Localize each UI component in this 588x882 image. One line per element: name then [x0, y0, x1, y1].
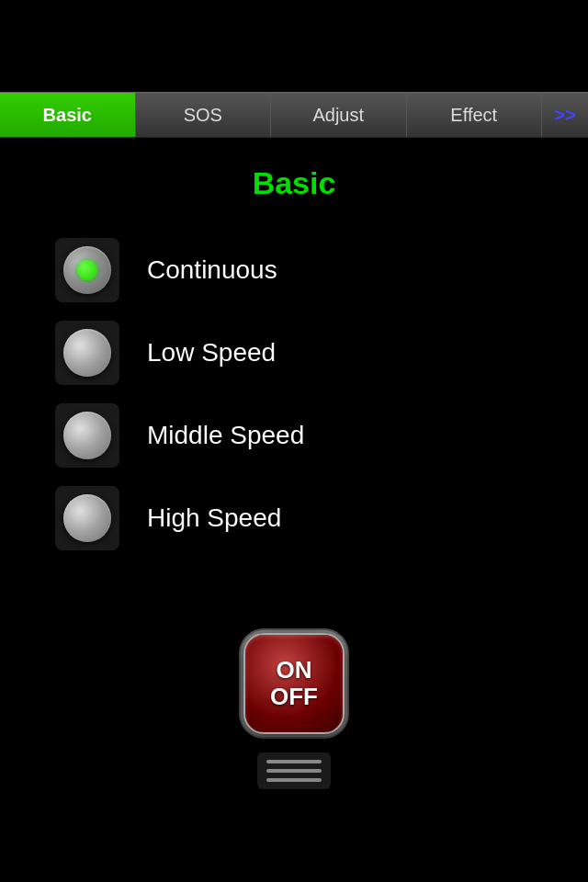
option-middle-speed[interactable]: Middle Speed: [55, 394, 533, 477]
option-label-continuous: Continuous: [147, 255, 277, 285]
line-bar-2: [266, 769, 322, 773]
menu-lines-icon[interactable]: [257, 752, 331, 789]
option-continuous[interactable]: Continuous: [55, 229, 533, 311]
onoff-container: ON OFF: [0, 633, 588, 734]
tab-adjust[interactable]: Adjust: [271, 93, 407, 137]
radio-button-continuous: [63, 246, 111, 294]
line-bar-1: [266, 760, 322, 763]
tab-basic[interactable]: Basic: [0, 93, 136, 137]
tab-bar: Basic SOS Adjust Effect >>: [0, 92, 588, 138]
radio-container-middle-speed: [55, 403, 119, 468]
option-label-middle-speed: Middle Speed: [147, 421, 304, 450]
option-label-low-speed: Low Speed: [147, 338, 276, 368]
radio-container-continuous: [55, 238, 119, 302]
page-title: Basic: [0, 165, 588, 201]
radio-button-middle-speed: [63, 412, 111, 459]
onoff-button[interactable]: ON OFF: [243, 633, 345, 734]
line-bar-3: [266, 778, 322, 782]
radio-container-high-speed: [55, 486, 119, 550]
off-label: OFF: [270, 684, 318, 710]
radio-button-high-speed: [63, 494, 111, 542]
option-label-high-speed: High Speed: [147, 503, 281, 533]
tab-more-button[interactable]: >>: [542, 93, 588, 137]
options-list: Continuous Low Speed Middle Speed High S…: [0, 229, 588, 560]
option-high-speed[interactable]: High Speed: [55, 477, 533, 560]
bottom-lines-area: [0, 752, 588, 789]
tab-sos[interactable]: SOS: [136, 93, 272, 137]
on-label: ON: [277, 657, 312, 684]
option-low-speed[interactable]: Low Speed: [55, 311, 533, 394]
radio-button-low-speed: [63, 329, 111, 377]
radio-container-low-speed: [55, 321, 119, 385]
top-spacer: [0, 0, 588, 92]
tab-effect[interactable]: Effect: [407, 93, 543, 137]
